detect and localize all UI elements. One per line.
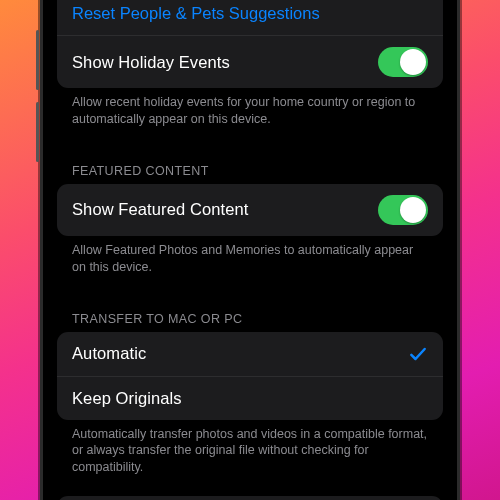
show-holiday-events-row[interactable]: Show Holiday Events — [57, 35, 443, 88]
show-featured-content-toggle[interactable] — [378, 195, 428, 225]
settings-screen: Reset People & Pets Suggestions Show Hol… — [43, 0, 457, 500]
memories-card: Reset People & Pets Suggestions Show Hol… — [57, 0, 443, 88]
featured-footer: Allow Featured Photos and Memories to au… — [57, 236, 443, 290]
transfer-card: Automatic Keep Originals — [57, 332, 443, 420]
featured-card: Show Featured Content — [57, 184, 443, 236]
evs-group: Enhanced Visual Search — [57, 496, 443, 500]
transfer-group: TRANSFER TO MAC OR PC Automatic Keep Ori… — [57, 296, 443, 491]
enhanced-visual-search-row[interactable]: Enhanced Visual Search — [57, 496, 443, 500]
reset-people-pets-row[interactable]: Reset People & Pets Suggestions — [57, 0, 443, 35]
featured-group: FEATURED CONTENT Show Featured Content A… — [57, 148, 443, 290]
toggle-knob — [400, 49, 426, 75]
transfer-option-keep-originals[interactable]: Keep Originals — [57, 376, 443, 420]
transfer-option-label: Automatic — [72, 344, 146, 363]
reset-people-pets-link[interactable]: Reset People & Pets Suggestions — [72, 4, 320, 23]
transfer-option-label: Keep Originals — [72, 389, 182, 408]
show-featured-content-label: Show Featured Content — [72, 200, 248, 219]
show-featured-content-row[interactable]: Show Featured Content — [57, 184, 443, 236]
featured-header: FEATURED CONTENT — [57, 148, 443, 184]
evs-card: Enhanced Visual Search — [57, 496, 443, 500]
phone-frame: Reset People & Pets Suggestions Show Hol… — [40, 0, 460, 500]
transfer-header: TRANSFER TO MAC OR PC — [57, 296, 443, 332]
checkmark-icon — [408, 344, 428, 364]
show-holiday-events-label: Show Holiday Events — [72, 53, 230, 72]
toggle-knob — [400, 197, 426, 223]
memories-group: Reset People & Pets Suggestions Show Hol… — [57, 0, 443, 142]
memories-footer: Allow recent holiday events for your hom… — [57, 88, 443, 142]
show-holiday-events-toggle[interactable] — [378, 47, 428, 77]
transfer-footer: Automatically transfer photos and videos… — [57, 420, 443, 491]
transfer-option-automatic[interactable]: Automatic — [57, 332, 443, 376]
